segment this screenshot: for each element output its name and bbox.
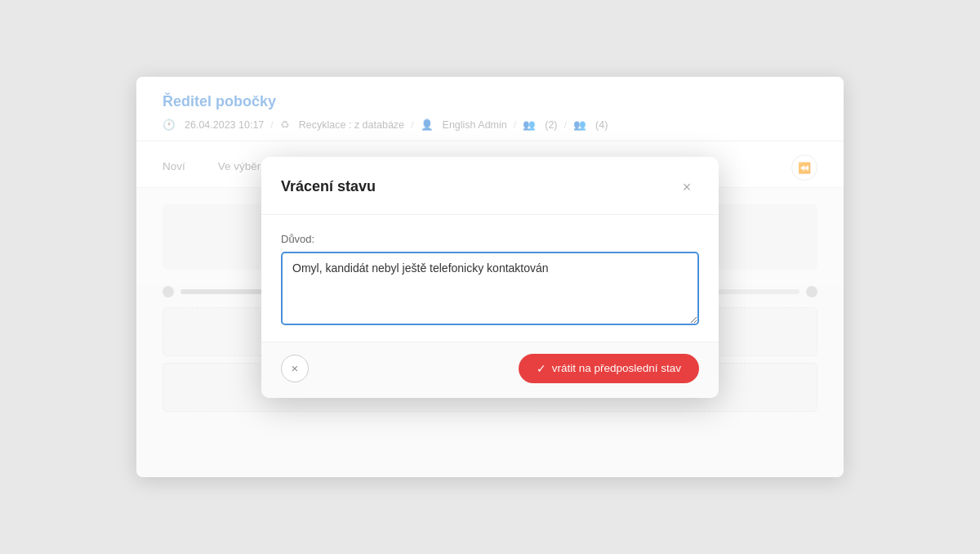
checkmark-icon: ✓ (537, 362, 546, 375)
reason-label: Důvod: (281, 233, 699, 245)
modal-dialog: Vrácení stavu × Důvod: Omyl, kandidát ne… (261, 157, 719, 398)
modal-footer: × ✓ vrátit na předposlední stav (261, 342, 719, 398)
app-background: Ředitel pobočky 🕐 26.04.2023 10:17 / ♻ R… (136, 77, 844, 477)
modal-close-button[interactable]: × (675, 175, 699, 199)
cancel-button[interactable]: × (281, 355, 309, 382)
cancel-icon: × (292, 361, 299, 375)
modal-header: Vrácení stavu × (261, 157, 719, 215)
confirm-label: vrátit na předposlední stav (552, 362, 681, 374)
reason-textarea[interactable]: Omyl, kandidát nebyl ještě telefonicky k… (281, 252, 699, 325)
confirm-button[interactable]: ✓ vrátit na předposlední stav (519, 354, 699, 383)
modal-overlay: Vrácení stavu × Důvod: Omyl, kandidát ne… (136, 77, 844, 477)
modal-title: Vrácení stavu (281, 178, 376, 195)
modal-body: Důvod: Omyl, kandidát nebyl ještě telefo… (261, 215, 719, 342)
